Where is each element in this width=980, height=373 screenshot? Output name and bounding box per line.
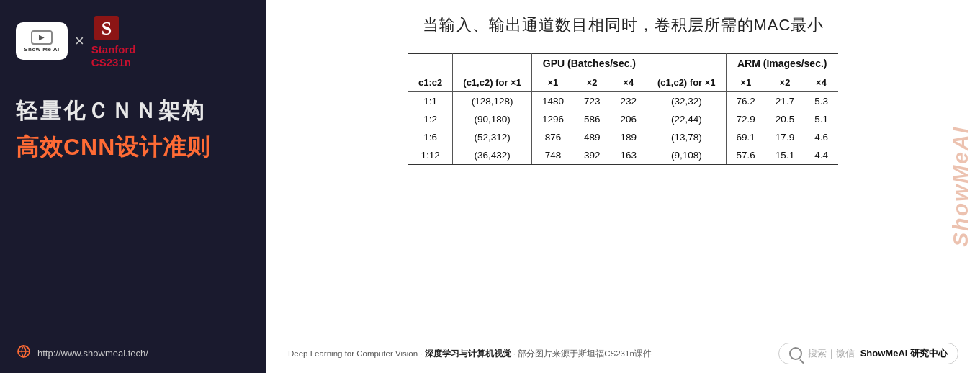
showmeai-logo: Show Me Al	[16, 22, 68, 60]
td-gpu-x2: 586	[574, 110, 611, 128]
performance-table: GPU (Batches/sec.) ARM (Images/sec.) c1:…	[408, 53, 838, 165]
td-arm-x2: 15.1	[765, 146, 804, 165]
table-container: GPU (Batches/sec.) ARM (Images/sec.) c1:…	[288, 53, 958, 330]
th-gpu-x2: ×2	[574, 73, 611, 92]
td-gpu-x1: 876	[531, 128, 574, 146]
td-arm-x1: 69.1	[726, 128, 765, 146]
th-gpu: GPU (Batches/sec.)	[531, 54, 647, 73]
td-gpu-x2: 723	[574, 92, 611, 111]
table-row: 1:12 (36,432) 748 392 163 (9,108) 57.6 1…	[408, 146, 838, 165]
td-arm-x2: 21.7	[765, 92, 804, 111]
search-divider: 搜索｜微信	[808, 347, 855, 360]
table-top-header-row: GPU (Batches/sec.) ARM (Images/sec.)	[408, 54, 838, 73]
td-arm-x4: 5.3	[804, 92, 838, 111]
search-icon	[789, 347, 802, 360]
stanford-text: Stanford CS231n	[91, 43, 136, 69]
table-sub-header-row: c1:c2 (c1,c2) for ×1 ×1 ×2 ×4 (c1,c2) fo…	[408, 73, 838, 92]
play-icon	[31, 30, 53, 45]
td-gpu-x2: 392	[574, 146, 611, 165]
td-arm-cfg: (9,108)	[647, 146, 727, 165]
table-row: 1:2 (90,180) 1296 586 206 (22,44) 72.9 2…	[408, 110, 838, 128]
td-gpu-cfg: (52,312)	[453, 128, 532, 146]
th-empty3	[647, 54, 727, 73]
stanford-s-icon: S	[91, 13, 122, 43]
th-arm: ARM (Images/sec.)	[726, 54, 838, 73]
td-arm-x2: 17.9	[765, 128, 804, 146]
th-empty2	[453, 54, 532, 73]
td-arm-x4: 4.6	[804, 128, 838, 146]
td-gpu-x2: 489	[574, 128, 611, 146]
showmeai-logo-text: Show Me Al	[24, 46, 60, 53]
td-ratio: 1:12	[408, 146, 453, 165]
stanford-course: CS231n	[91, 56, 136, 69]
td-gpu-x1: 1296	[531, 110, 574, 128]
td-arm-x4: 4.4	[804, 146, 838, 165]
td-arm-cfg: (13,78)	[647, 128, 727, 146]
bottom-bar: Deep Learning for Computer Vision · 深度学习…	[288, 338, 958, 364]
footer-text: Deep Learning for Computer Vision · 深度学习…	[288, 349, 778, 359]
sidebar: Show Me Al × S Stanford CS231n 轻量化ＣＮＮ架构 …	[0, 0, 266, 373]
footer-url: http://www.showmeai.tech/	[37, 348, 148, 359]
td-arm-x1: 76.2	[726, 92, 765, 111]
table-body: 1:1 (128,128) 1480 723 232 (32,32) 76.2 …	[408, 92, 838, 165]
sidebar-title-2: 高效CNN设计准则	[16, 132, 251, 163]
td-arm-cfg: (22,44)	[647, 110, 727, 128]
search-brand: ShowMeAI 研究中心	[860, 347, 948, 360]
logo-area: Show Me Al × S Stanford CS231n	[16, 13, 251, 69]
th-arm-c1c2-for: (c1,c2) for ×1	[647, 73, 727, 92]
th-c1c2: c1:c2	[408, 73, 453, 92]
td-arm-x2: 20.5	[765, 110, 804, 128]
table-row: 1:1 (128,128) 1480 723 232 (32,32) 76.2 …	[408, 92, 838, 111]
th-gpu-c1c2-for: (c1,c2) for ×1	[453, 73, 532, 92]
td-arm-x1: 57.6	[726, 146, 765, 165]
td-arm-x1: 72.9	[726, 110, 765, 128]
td-ratio: 1:6	[408, 128, 453, 146]
stanford-logo: S Stanford CS231n	[91, 13, 136, 69]
td-gpu-x1: 1480	[531, 92, 574, 111]
svg-text:S: S	[102, 18, 112, 39]
main-content: ShowMeAI 当输入、输出通道数目相同时，卷积层所需的MAC最小 GPU (…	[266, 0, 980, 373]
stanford-name: Stanford	[91, 43, 136, 56]
td-gpu-cfg: (90,180)	[453, 110, 532, 128]
td-gpu-x4: 206	[610, 110, 647, 128]
td-gpu-x4: 163	[610, 146, 647, 165]
link-icon	[16, 343, 32, 363]
search-box[interactable]: 搜索｜微信 ShowMeAI 研究中心	[778, 343, 958, 364]
th-empty1	[408, 54, 453, 73]
td-arm-x4: 5.1	[804, 110, 838, 128]
th-gpu-x4: ×4	[610, 73, 647, 92]
th-gpu-x1: ×1	[531, 73, 574, 92]
table-row: 1:6 (52,312) 876 489 189 (13,78) 69.1 17…	[408, 128, 838, 146]
td-gpu-x4: 232	[610, 92, 647, 111]
th-arm-x4: ×4	[804, 73, 838, 92]
th-arm-x1: ×1	[726, 73, 765, 92]
td-ratio: 1:2	[408, 110, 453, 128]
td-gpu-cfg: (36,432)	[453, 146, 532, 165]
th-arm-x2: ×2	[765, 73, 804, 92]
sidebar-footer: http://www.showmeai.tech/	[16, 343, 251, 363]
main-title: 当输入、输出通道数目相同时，卷积层所需的MAC最小	[288, 14, 958, 36]
td-ratio: 1:1	[408, 92, 453, 111]
td-gpu-x4: 189	[610, 128, 647, 146]
cross-symbol: ×	[75, 32, 84, 50]
sidebar-title-1: 轻量化ＣＮＮ架构	[16, 96, 251, 126]
td-gpu-cfg: (128,128)	[453, 92, 532, 111]
td-arm-cfg: (32,32)	[647, 92, 727, 111]
td-gpu-x1: 748	[531, 146, 574, 165]
